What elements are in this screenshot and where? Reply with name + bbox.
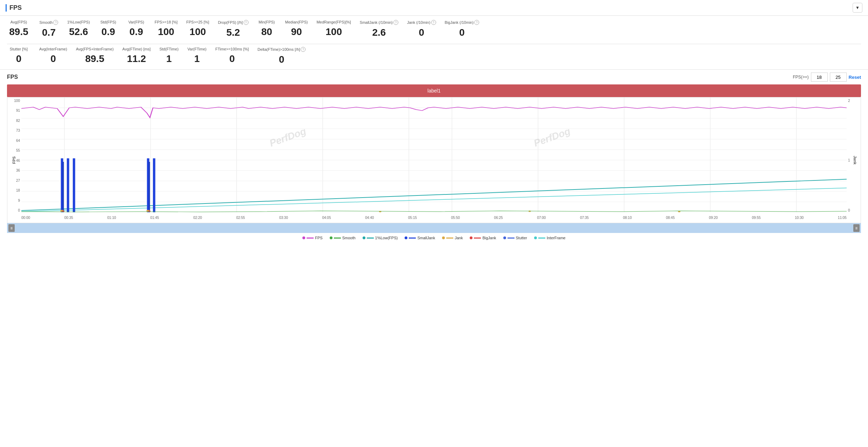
legend-item: 1%Low(FPS) <box>363 236 398 240</box>
metric-value: 89.5 <box>85 53 104 64</box>
info-icon[interactable]: ? <box>474 20 479 25</box>
x-axis-tick: 07:00 <box>537 216 546 220</box>
y-axis-tick: 55 <box>16 149 20 152</box>
svg-line-22 <box>21 179 847 211</box>
metric-label: Std(FTime) <box>159 47 178 51</box>
fps-18-input[interactable] <box>811 73 828 82</box>
scroll-track[interactable] <box>16 224 852 232</box>
legend-dot <box>363 236 365 239</box>
legend-label: InterFrame <box>547 236 566 240</box>
metric-item: Var(FTime)1 <box>183 47 211 64</box>
scroll-right-handle[interactable]: ⏸ <box>853 224 860 232</box>
y-axis-tick: 0 <box>18 208 20 212</box>
info-icon[interactable]: ? <box>301 47 306 52</box>
chart-header: FPS FPS(>=) Reset <box>7 73 861 82</box>
metric-label: SmallJank (/10min)? <box>360 20 398 25</box>
metrics-row-1: Avg(FPS)89.5Smooth?0.71%Low(FPS)52.6Std(… <box>7 20 861 38</box>
metric-value: 0 <box>279 54 285 65</box>
chart-title: FPS <box>7 74 18 80</box>
info-icon[interactable]: ? <box>431 20 436 25</box>
legend-item: BigJank <box>470 236 496 240</box>
y-axis-tick: 36 <box>16 169 20 172</box>
info-icon[interactable]: ? <box>393 20 398 25</box>
info-icon[interactable]: ? <box>53 20 58 25</box>
metrics-row-2: Stutter [%]0Avg(InterFrame)0Avg(FPS+Inte… <box>7 47 861 65</box>
metric-label: Avg(FPS+InterFrame) <box>76 47 114 51</box>
metric-item: Delta(FTime)>100ms [/h]?0 <box>253 47 310 65</box>
metric-value: 0 <box>459 27 465 38</box>
x-axis-tick: 07:35 <box>580 216 589 220</box>
x-axis-tick: 02:20 <box>193 216 202 220</box>
metrics-section: Avg(FPS)89.5Smooth?0.71%Low(FPS)52.6Std(… <box>0 16 868 69</box>
y-axis-tick: 9 <box>18 199 20 202</box>
x-axis-tick: 02:55 <box>236 216 245 220</box>
dropdown-button[interactable]: ▼ <box>853 3 862 13</box>
x-axis-tick: 09:55 <box>752 216 761 220</box>
x-axis-tick: 04:05 <box>322 216 331 220</box>
legend-color <box>334 238 341 239</box>
metric-label: Std(FPS) <box>100 20 116 24</box>
metric-value: 0.9 <box>130 26 143 37</box>
legend-color <box>507 238 514 239</box>
metric-item: Drop(FPS) [/h]?5.2 <box>214 20 253 38</box>
x-axis-tick: 00:00 <box>21 216 30 220</box>
metric-value: 80 <box>261 26 272 37</box>
metric-item: Min(FPS)80 <box>253 20 281 37</box>
metric-item: Avg(FPS+InterFrame)89.5 <box>72 47 118 64</box>
x-axis-tick: 08:45 <box>666 216 675 220</box>
metric-value: 1 <box>194 53 200 64</box>
metric-value: 89.5 <box>9 26 28 37</box>
metric-label: Smooth? <box>40 20 58 25</box>
metric-label: Stutter [%] <box>10 47 28 51</box>
metric-item: Avg(FPS)89.5 <box>7 20 35 37</box>
legend-label: Jank <box>455 236 463 240</box>
metric-value: 1 <box>166 53 172 64</box>
reset-button[interactable]: Reset <box>849 75 861 80</box>
scrollbar[interactable]: ⏸ ⏸ <box>7 223 861 233</box>
x-axis-tick: 01:45 <box>150 216 159 220</box>
y-axis-tick: 64 <box>16 139 20 143</box>
legend-label: BigJank <box>482 236 496 240</box>
metric-item: Median(FPS)90 <box>281 20 313 37</box>
legend-color <box>367 238 374 239</box>
y-axis-tick: 82 <box>16 119 20 123</box>
metric-label: 1%Low(FPS) <box>67 20 90 24</box>
x-axis-tick: 08:10 <box>623 216 632 220</box>
info-icon[interactable]: ? <box>244 20 248 25</box>
metric-label: Drop(FPS) [/h]? <box>218 20 248 25</box>
y-axis-right-tick: 0 <box>848 208 850 212</box>
metric-item: Std(FPS)0.9 <box>94 20 122 37</box>
header: FPS ▼ <box>0 0 868 16</box>
metric-value: 2.6 <box>372 27 386 38</box>
metric-item: Avg(InterFrame)0 <box>35 47 72 64</box>
metric-value: 0 <box>50 53 56 64</box>
legend-item: Smooth <box>330 236 356 240</box>
y-axis-left-label: FPS <box>12 156 16 164</box>
metric-item: FPS>=25 [%]100 <box>182 20 214 37</box>
y-axis-tick: 73 <box>16 129 20 132</box>
y-axis-right-label: Jank <box>853 156 857 164</box>
metric-value: 90 <box>291 26 302 37</box>
scroll-left-handle[interactable]: ⏸ <box>8 224 15 232</box>
legend-dot <box>405 236 407 239</box>
legend-color <box>446 238 453 239</box>
fps-25-input[interactable] <box>830 73 847 82</box>
x-axis-tick: 09:20 <box>709 216 718 220</box>
y-axis-tick: 46 <box>16 159 20 163</box>
legend-dot <box>534 236 537 239</box>
metric-label: Var(FPS) <box>128 20 144 24</box>
legend-label: Stutter <box>516 236 527 240</box>
metric-item: Stutter [%]0 <box>7 47 35 64</box>
metric-label: FPS>=25 [%] <box>186 20 209 24</box>
legend-label: 1%Low(FPS) <box>375 236 398 240</box>
metric-value: 0.9 <box>102 26 115 37</box>
metric-label: Avg(InterFrame) <box>39 47 67 51</box>
page-title: FPS <box>6 4 22 12</box>
metric-item: Var(FPS)0.9 <box>122 20 150 37</box>
metric-item: Avg(FTime) [ms]11.2 <box>118 47 155 64</box>
metric-value: 0 <box>229 53 235 64</box>
legend-item: FPS <box>302 236 322 240</box>
legend-dot <box>470 236 472 239</box>
x-axis-tick: 06:25 <box>494 216 503 220</box>
metric-value: 100 <box>158 26 174 37</box>
